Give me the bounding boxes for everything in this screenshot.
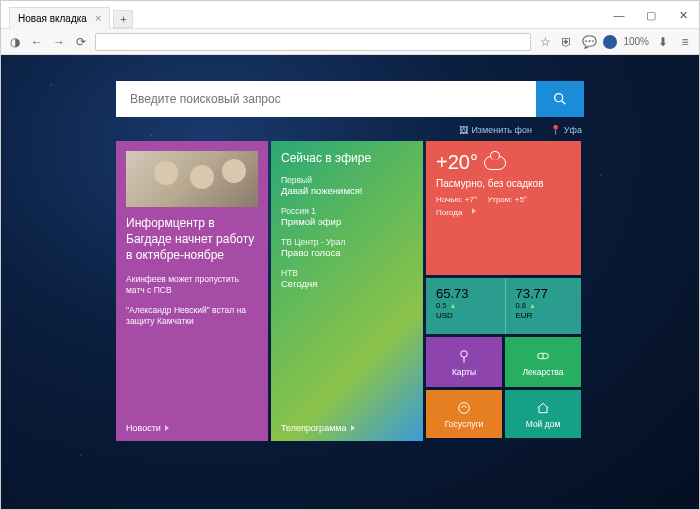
eur-rate: 73.77 [516,286,572,301]
titlebar: Новая вкладка × + — ▢ ✕ [1,1,699,29]
menu-icon[interactable]: ≡ [677,34,693,50]
news-item: Акинфеев может пропустить матч с ПСВ [126,274,258,297]
home-tile[interactable]: Мой дом [505,390,581,438]
back-icon[interactable]: ← [29,34,45,50]
drugs-tile[interactable]: Лекарства [505,337,581,387]
new-tab-button[interactable]: + [113,10,133,28]
zoom-level: 100% [623,36,649,47]
pill-icon [535,348,551,364]
shield-icon[interactable]: ⛨ [559,34,575,50]
weather-desc: Пасмурно, без осадков [436,177,571,190]
svg-point-5 [459,402,470,413]
pin-icon [456,348,472,364]
close-icon[interactable]: × [95,12,101,24]
hand-icon [456,400,472,416]
news-item: "Александр Невский" встал на защиту Камч… [126,305,258,328]
usd-rate: 65.73 [436,286,492,301]
tab-title: Новая вкладка [18,13,87,24]
news-footer[interactable]: Новости [126,423,169,433]
search-button[interactable] [536,81,584,117]
globe-icon[interactable] [603,35,617,49]
toolbar: ◑ ← → ⟳ ☆ ⛨ 💬 100% ⬇ ≡ [1,29,699,55]
svg-point-2 [461,350,468,357]
svg-point-0 [555,94,563,102]
star-icon[interactable]: ☆ [537,34,553,50]
downloads-icon[interactable]: ⬇ [655,34,671,50]
news-tile[interactable]: Информцентр в Багдаде начнет работу в ок… [116,141,268,441]
gosuslugi-tile[interactable]: Госуслуги [426,390,502,438]
maximize-button[interactable]: ▢ [635,3,667,27]
weather-temp: +20° [436,151,478,174]
tv-heading: Сейчас в эфире [281,151,413,165]
url-bar[interactable] [95,33,531,51]
browser-tab[interactable]: Новая вкладка × [9,7,110,29]
svg-line-1 [562,101,565,104]
news-headline: Информцентр в Багдаде начнет работу в ок… [126,215,258,264]
tv-tile[interactable]: Сейчас в эфире ПервыйДавай поженимся! Ро… [271,141,423,441]
location-link[interactable]: 📍 Уфа [550,125,582,135]
cloud-icon [484,156,506,170]
home-icon[interactable]: ◑ [7,34,23,50]
rates-tile[interactable]: 65.73 0.5▲ USD 73.77 0.8▲ EUR [426,278,581,334]
close-button[interactable]: ✕ [667,3,699,27]
search-bar [116,81,584,117]
house-icon [535,400,551,416]
chat-icon[interactable]: 💬 [581,34,597,50]
reload-icon[interactable]: ⟳ [73,34,89,50]
search-icon [552,91,568,107]
search-input[interactable] [116,81,536,117]
news-image [126,151,258,207]
weather-tile[interactable]: +20° Пасмурно, без осадков Ночью: +7°Утр… [426,141,581,275]
maps-tile[interactable]: Карты [426,337,502,387]
tv-footer[interactable]: Телепрограмма [281,423,355,433]
minimize-button[interactable]: — [603,3,635,27]
forward-icon[interactable]: → [51,34,67,50]
change-background-link[interactable]: 🖼 Изменить фон [459,125,531,135]
page-content: 🖼 Изменить фон 📍 Уфа Информцентр в Багда… [1,55,699,509]
